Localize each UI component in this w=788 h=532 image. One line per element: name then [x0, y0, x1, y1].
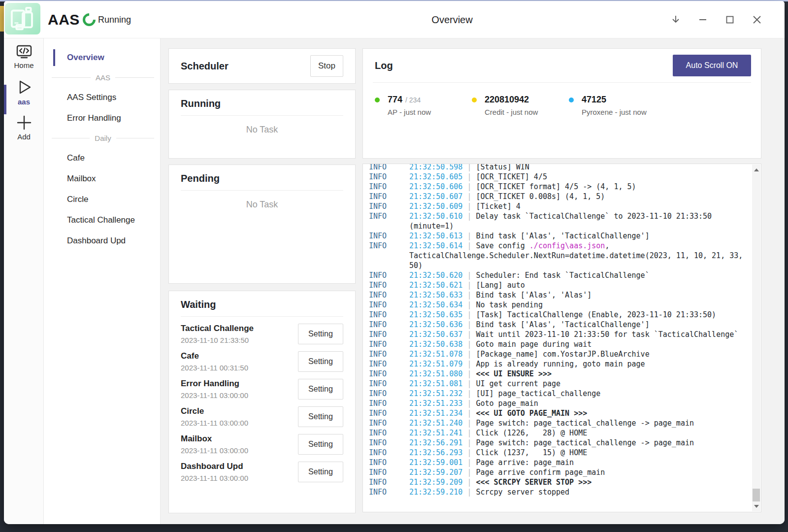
log-message: Click (1226, 28) @ HOME [476, 429, 587, 437]
log-separator: | [462, 212, 476, 221]
log-level: INFO [369, 330, 409, 339]
log-timestamp: 21:32:51.079 [409, 360, 462, 368]
waiting-task-info: Error Handling 2023-11-11 03:00:00 [181, 379, 248, 399]
waiting-task-info: Circle 2023-11-11 03:00:00 [181, 406, 248, 427]
setting-button[interactable]: Setting [298, 406, 343, 427]
log-message: [Package_name] com.YostarJP.BlueArchive [476, 350, 649, 359]
scrollbar-thumb[interactable] [753, 489, 760, 501]
log-level: INFO [369, 399, 409, 408]
log-line: INFO 21:32:51.240 | Page switch: page_ta… [369, 418, 752, 428]
waiting-task-name: Dashboard Upd [181, 462, 248, 471]
rail-item-aas[interactable]: aas [4, 75, 44, 109]
log-separator: | [462, 478, 476, 487]
waiting-task-name: Cafe [181, 351, 248, 361]
waiting-task-next-run: 2023-11-11 03:00:00 [181, 419, 248, 427]
rail-item-home[interactable]: Home [4, 39, 44, 74]
log-level: INFO [369, 418, 409, 428]
pending-title: Pending [181, 173, 343, 184]
log-line: INFO 21:32:51.241 | Click (1226, 28) @ H… [369, 428, 752, 438]
log-line-body: 21:32:50.637 | Wait until 2023-11-10 21:… [409, 330, 746, 339]
log-timestamp: 21:32:50.638 [409, 340, 462, 349]
log-timestamp: 21:32:50.635 [409, 310, 462, 319]
log-timestamp: 21:32:51.232 [409, 389, 462, 398]
log-line-body: 21:32:51.241 | Click (1226, 28) @ HOME [409, 428, 746, 438]
log-timestamp: 21:32:50.610 [409, 212, 462, 221]
log-message: [UI] page_tactical_challenge [476, 389, 600, 398]
nav-item-dashboard-upd[interactable]: Dashboard Upd [44, 231, 160, 251]
log-line: INFO 21:32:59.210 | Scrcpy server stoppe… [369, 487, 752, 497]
window-controls [668, 12, 764, 27]
log-separator: | [462, 241, 476, 250]
download-icon[interactable] [668, 12, 683, 27]
log-message: Page switch: page_tactical_challenge -> … [476, 419, 694, 428]
stop-button[interactable]: Stop [310, 55, 343, 77]
log-separator: | [462, 320, 476, 329]
waiting-task-row: Cafe 2023-11-11 00:31:50 Setting [181, 351, 343, 372]
log-message: Page arrive confirm page_main [476, 468, 605, 477]
log-message: Bind task ['Alas', 'Alas'] [476, 291, 591, 299]
log-line: INFO 21:32:51.234 | <<< UI GOTO PAGE_MAI… [369, 408, 752, 418]
log-separator: | [462, 369, 476, 378]
nav-item-circle[interactable]: Circle [44, 189, 160, 210]
log-timestamp: 21:32:59.210 [409, 488, 462, 497]
scroll-up-icon[interactable] [752, 166, 760, 174]
log-timestamp: 21:32:51.241 [409, 429, 462, 437]
log-level: INFO [369, 290, 409, 300]
log-message: [Status] WIN [476, 164, 529, 171]
log-line-body: 21:32:51.233 | Goto page_main [409, 399, 746, 408]
maximize-icon[interactable] [722, 12, 737, 27]
log-timestamp: 21:32:59.209 [409, 478, 462, 487]
nav-item-overview[interactable]: Overview [44, 47, 160, 68]
log-separator: | [462, 192, 476, 201]
log-line-body: 21:32:51.232 | [UI] page_tactical_challe… [409, 389, 746, 399]
log-timestamp: 21:32:51.078 [409, 350, 462, 359]
close-icon[interactable] [750, 12, 764, 27]
setting-button[interactable]: Setting [298, 351, 343, 372]
log-line: INFO 21:32:51.081 | UI get current page [369, 379, 752, 389]
nav-item-aas-settings[interactable]: AAS Settings [44, 87, 160, 108]
setting-button[interactable]: Setting [298, 324, 343, 344]
auto-scroll-button[interactable]: Auto Scroll ON [673, 55, 751, 76]
log-line: INFO 21:32:50.605 | [OCR_TICKET] 4/5 [369, 172, 752, 182]
task-nav: Overview AAS AAS Settings Error Handling… [44, 38, 161, 524]
divider [52, 77, 91, 78]
log-line: INFO 21:32:50.636 | Bind task ['Alas', '… [369, 320, 752, 330]
setting-button[interactable]: Setting [298, 379, 343, 399]
log-line: INFO 21:32:59.207 | Page arrive confirm … [369, 467, 752, 477]
log-timestamp: 21:32:51.080 [409, 369, 462, 378]
rail-item-add[interactable]: Add [4, 110, 44, 145]
log-line: INFO 21:32:50.638 | Goto main page durin… [369, 339, 752, 349]
waiting-task-row: Error Handling 2023-11-11 03:00:00 Setti… [181, 379, 343, 399]
log-timestamp: 21:32:50.621 [409, 281, 462, 290]
stat-pyroxene-value-row: 47125 [569, 95, 666, 105]
log-scrollbar[interactable] [752, 165, 760, 511]
nav-item-cafe[interactable]: Cafe [44, 148, 160, 168]
nav-item-error-handling[interactable]: Error Handling [44, 108, 160, 129]
log-message: UI get current page [476, 379, 560, 388]
log-line: INFO 21:32:50.607 | [OCR_TICKET 0.008s] … [369, 192, 752, 201]
log-timestamp: 21:32:50.609 [409, 202, 462, 211]
nav-section-daily: Daily [44, 129, 160, 148]
stat-pyroxene-label: Pyroxene - just now [582, 108, 666, 116]
log-stats: 774 / 234 AP - just now 220810942 Credit… [363, 95, 761, 116]
minimize-icon[interactable] [695, 12, 710, 27]
log-separator: | [462, 182, 476, 191]
log-line: INFO 21:32:51.232 | [UI] page_tactical_c… [369, 389, 752, 399]
log-line-body: 21:32:51.079 | App is already running, g… [409, 359, 746, 369]
scroll-down-icon[interactable] [752, 502, 760, 510]
log-level: INFO [369, 310, 409, 320]
log-line: INFO 21:32:50.637 | Wait until 2023-11-1… [369, 330, 752, 339]
log-level: INFO [369, 428, 409, 438]
waiting-task-name: Mailbox [181, 434, 248, 444]
setting-button[interactable]: Setting [298, 434, 343, 455]
stat-credit-value-row: 220810942 [472, 95, 569, 105]
setting-button[interactable]: Setting [298, 462, 343, 482]
log-line: INFO 21:32:50.610 | Delay task `Tactical… [369, 211, 752, 231]
nav-item-mailbox[interactable]: Mailbox [44, 168, 160, 189]
log-viewer[interactable]: INFO 21:32:50.598 | [Status] WIN INFO 21… [362, 164, 761, 512]
log-line-body: 21:32:50.635 | [Task] TacticalChallenge … [409, 310, 746, 320]
running-spinner-icon [80, 11, 98, 29]
log-message: Goto page_main [476, 399, 538, 408]
nav-item-tactical-challenge[interactable]: Tactical Challenge [44, 210, 160, 231]
log-line: INFO 21:32:50.634 | No task pending [369, 300, 752, 310]
